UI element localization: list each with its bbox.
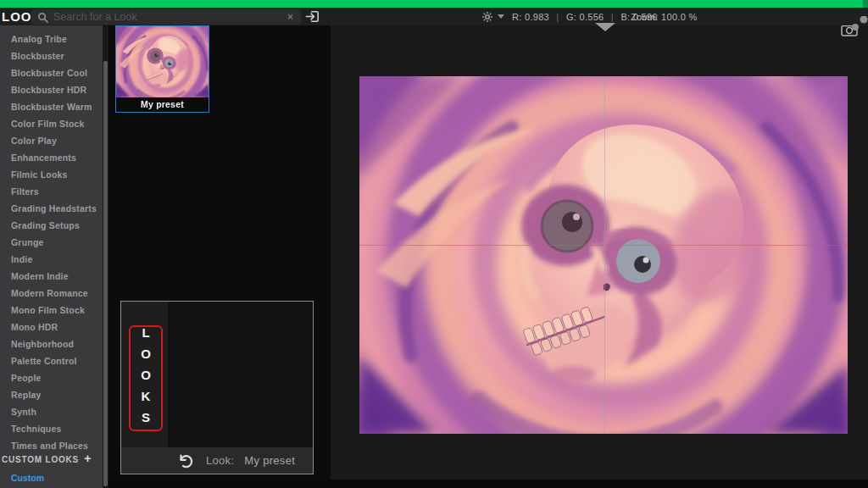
looks-app-window: LOOKS × R: 0.983 | G: 0.556 | B: 0.596 Z… xyxy=(0,0,868,488)
sidebar-item-mono-hdr[interactable]: Mono HDR xyxy=(0,319,103,336)
readout-r-value: 0.983 xyxy=(525,12,549,22)
sidebar-item-custom[interactable]: Custom xyxy=(11,473,44,483)
sidebar-item-modern-indie[interactable]: Modern Indie xyxy=(0,268,103,285)
category-sidebar: Analog TribeBlockbusterBlockbuster CoolB… xyxy=(0,25,103,488)
add-custom-look-button[interactable]: + xyxy=(84,451,92,465)
sidebar-item-indie[interactable]: Indie xyxy=(0,251,103,268)
looks-info-box: LOOKS Look: My preset xyxy=(120,301,314,474)
current-look-bar[interactable]: Look: My preset xyxy=(121,447,313,474)
settings-menu-button[interactable] xyxy=(481,10,507,23)
gear-icon xyxy=(481,11,493,23)
custom-looks-header: CUSTOM LOOKS xyxy=(2,455,79,464)
looks-box-left-column: LOOKS xyxy=(121,302,168,447)
sidebar-item-filters[interactable]: Filters xyxy=(0,183,103,200)
current-look-label: Look: xyxy=(206,454,234,467)
current-look-name: My preset xyxy=(244,454,295,467)
readout-b-label: B: xyxy=(620,12,630,22)
sidebar-item-neighborhood[interactable]: Neighborhood xyxy=(0,336,103,352)
sidebar-item-grading-setups[interactable]: Grading Setups xyxy=(0,217,103,234)
readout-g-value: 0.556 xyxy=(579,12,604,22)
zoom-readout: Zoom: 100.0 % xyxy=(631,12,698,22)
sidebar-item-grunge[interactable]: Grunge xyxy=(0,234,103,251)
preset-thumbnail-image xyxy=(116,26,209,97)
top-accent-bar xyxy=(0,0,868,8)
preview-image xyxy=(359,76,848,434)
undo-icon[interactable] xyxy=(177,452,194,469)
readout-separator: | xyxy=(556,12,559,22)
looks-logo-badge: LOOKS xyxy=(129,325,163,431)
readout-r-label: R: xyxy=(512,12,522,22)
search-box[interactable]: × xyxy=(31,9,301,25)
sidebar-item-synth[interactable]: Synth xyxy=(0,403,103,420)
top-accent-bar-end xyxy=(863,0,868,8)
sidebar-item-filmic-looks[interactable]: Filmic Looks xyxy=(0,166,103,183)
sidebar-item-mono-film-stock[interactable]: Mono Film Stock xyxy=(0,302,103,319)
sidebar-item-palette-control[interactable]: Palette Control xyxy=(0,352,103,369)
overflow-dots-icon xyxy=(849,16,868,33)
sidebar-item-blockbuster-hdr[interactable]: Blockbuster HDR xyxy=(0,81,103,98)
sidebar-item-people[interactable]: People xyxy=(0,369,103,386)
zoom-value: 100.0 % xyxy=(661,12,697,22)
caret-down-icon xyxy=(498,14,504,19)
looks-logo-vertical-text: LOOKS xyxy=(140,325,153,431)
clear-search-icon[interactable]: × xyxy=(287,12,293,22)
preset-thumbnail[interactable]: My preset xyxy=(115,25,209,113)
collapse-handle-icon[interactable] xyxy=(593,22,617,32)
sidebar-item-blockbuster[interactable]: Blockbuster xyxy=(0,47,103,64)
sidebar-item-replay[interactable]: Replay xyxy=(0,386,103,403)
preset-thumbnail-label: My preset xyxy=(116,97,209,112)
sample-crosshair-vertical xyxy=(604,76,605,434)
sidebar-scrollbar[interactable] xyxy=(103,25,108,488)
search-input[interactable] xyxy=(48,11,287,23)
sidebar-item-analog-tribe[interactable]: Analog Tribe xyxy=(0,30,103,47)
search-icon xyxy=(37,12,48,23)
preview-canvas[interactable] xyxy=(359,76,848,434)
category-list: Analog TribeBlockbusterBlockbuster CoolB… xyxy=(0,30,103,454)
sidebar-item-color-film-stock[interactable]: Color Film Stock xyxy=(0,115,103,132)
sidebar-item-techniques[interactable]: Techniques xyxy=(0,420,103,437)
sidebar-item-enhancements[interactable]: Enhancements xyxy=(0,149,103,166)
zoom-label: Zoom: xyxy=(631,12,659,22)
bottom-edge-strip xyxy=(108,480,868,488)
sidebar-item-modern-romance[interactable]: Modern Romance xyxy=(0,285,103,302)
scrollbar-thumb[interactable] xyxy=(103,61,108,486)
sidebar-item-blockbuster-cool[interactable]: Blockbuster Cool xyxy=(0,64,103,81)
sidebar-item-color-play[interactable]: Color Play xyxy=(0,132,103,149)
sidebar-item-blockbuster-warm[interactable]: Blockbuster Warm xyxy=(0,98,103,115)
readout-g-label: G: xyxy=(566,12,576,22)
import-look-icon[interactable] xyxy=(304,8,321,25)
readout-separator: | xyxy=(611,12,614,22)
toolbar: LOOKS × R: 0.983 | G: 0.556 | B: 0.596 Z… xyxy=(0,8,868,25)
sample-crosshair-horizontal xyxy=(359,245,848,246)
sidebar-item-grading-headstarts[interactable]: Grading Headstarts xyxy=(0,200,103,217)
